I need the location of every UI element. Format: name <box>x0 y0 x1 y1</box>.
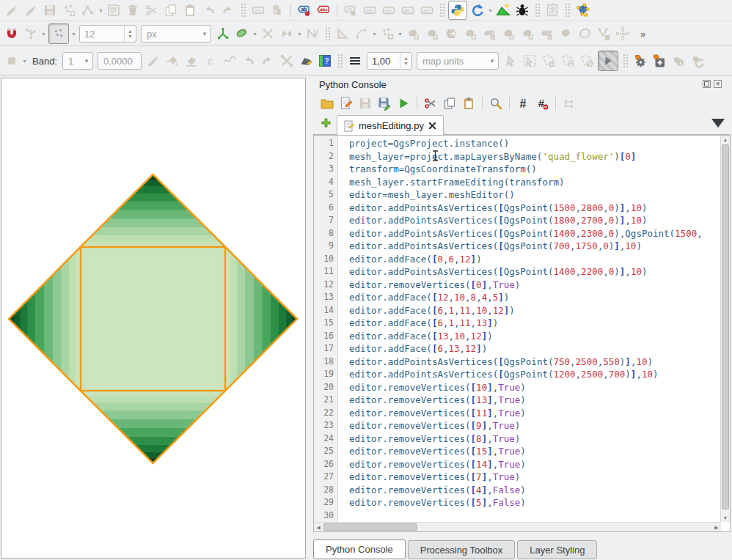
code-area[interactable]: project=QgsProject.instance()mesh_layer=… <box>339 136 720 522</box>
run-script-icon[interactable] <box>395 95 411 111</box>
move-feature-icon-dropdown[interactable]: ▾ <box>397 25 403 43</box>
line-number: 7 <box>329 214 334 227</box>
save-as-icon[interactable] <box>376 95 392 111</box>
tracing-icon <box>304 25 321 43</box>
python-console-panel: Python Console ✕ ## meshEditing.py <box>313 79 731 560</box>
code-line: project=QgsProject.instance() <box>349 137 509 150</box>
editor-tabbar: meshEditing.py <box>313 114 731 135</box>
processing-info-icon: i <box>670 52 687 70</box>
uncomment-icon[interactable]: # <box>534 95 550 111</box>
editor-horizontal-scrollbar[interactable]: ◀ ▶ <box>314 522 721 531</box>
panel-close-button[interactable]: ✕ <box>714 80 722 88</box>
vertex-tool-icon-dropdown[interactable]: ▾ <box>98 1 104 19</box>
code-line: editor.addFace([6,1,11,10,12]) <box>349 304 515 317</box>
line-number: 21 <box>323 394 334 407</box>
fill-ring-icon <box>480 25 498 43</box>
line-number: 26 <box>323 458 334 471</box>
line-number: 5 <box>329 188 334 202</box>
line-number: 27 <box>323 471 334 484</box>
line-number: 30 <box>323 509 334 523</box>
console-toolbar: ## <box>318 94 579 113</box>
plugin-reloader-icon[interactable] <box>469 1 486 19</box>
snapping-type-button[interactable] <box>48 23 69 44</box>
mesh-help-icon[interactable]: ? <box>316 52 334 70</box>
circular-string-icon-dropdown[interactable]: ▾ <box>371 25 378 43</box>
copy-icon[interactable] <box>442 95 458 111</box>
plugin-reloader-icon-dropdown[interactable]: ▾ <box>487 1 494 19</box>
comment-icon[interactable]: # <box>515 95 531 111</box>
topological-editing-icon[interactable] <box>214 25 232 43</box>
rotate-label-icon: abc <box>399 1 417 19</box>
cut-icon[interactable] <box>422 95 439 111</box>
snapping-toggle-icon[interactable] <box>3 25 21 43</box>
find-text-icon[interactable] <box>488 95 504 111</box>
python-console-icon[interactable] <box>448 1 467 20</box>
diagram-options-icon[interactable]: abc <box>315 1 332 19</box>
paste-icon[interactable] <box>461 95 477 111</box>
toolbar-row-2: ▾▾12▲▼px▾▾▾▾▾» <box>0 22 732 46</box>
delete-selected-icon <box>124 1 142 19</box>
mesh-redo-icon <box>259 52 277 70</box>
toolbar-separator <box>337 4 337 17</box>
toolbar-separator <box>565 3 570 18</box>
change-label-icon: abc <box>418 1 436 19</box>
mesh-reindex-icon[interactable] <box>297 52 315 70</box>
labeling-options-icon[interactable]: ab <box>296 1 313 19</box>
code-line: editor.addPointsAsVertices([QgsPoint(700… <box>349 240 642 253</box>
avoid-overlap-icon-dropdown[interactable]: ▾ <box>252 25 258 43</box>
redo-icon <box>219 1 237 19</box>
select-add-icon <box>540 52 557 70</box>
highlight-labels-icon: abc <box>361 1 378 19</box>
delete-ring-icon <box>499 25 517 43</box>
tab-processing-toolbox[interactable]: Processing Toolbox <box>408 540 516 559</box>
code-editor[interactable]: 1234567891011121314151617181920212223242… <box>313 135 731 532</box>
processing-toolbox-icon[interactable] <box>632 52 649 70</box>
object-inspector-icon <box>561 95 577 111</box>
self-snapping-icon-dropdown[interactable]: ▾ <box>296 25 303 43</box>
toolbar-separator <box>482 97 483 110</box>
tab-layer-styling[interactable]: Layer Styling <box>517 540 597 559</box>
transform-button[interactable] <box>598 51 618 71</box>
snapping-mode-icon-dropdown[interactable]: ▾ <box>40 25 47 43</box>
code-line: editor.removeVertices([10],True) <box>349 381 526 394</box>
editor-vertical-scrollbar[interactable]: ▲ ▼ <box>720 136 730 522</box>
debug-plugin-icon[interactable] <box>513 1 531 19</box>
code-line: editor.addPointsAsVertices([QgsPoint(180… <box>349 214 647 227</box>
tab-close-icon[interactable] <box>428 122 436 130</box>
code-line: editor.removeVertices([15],True) <box>349 445 526 458</box>
processing-add-icon[interactable] <box>651 52 668 70</box>
svg-text:abc: abc <box>404 8 412 13</box>
avoid-overlap-icon[interactable] <box>233 25 251 43</box>
layer-diagram-icon <box>268 1 286 19</box>
toolbar-separator <box>417 97 417 110</box>
code-line: editor.addFace([12,10,8,4,5]) <box>349 291 509 304</box>
current-edits-icon <box>3 1 21 19</box>
snapping-type-button-dropdown[interactable]: ▾ <box>70 25 77 43</box>
mesh-current-edits-icon-dropdown[interactable]: ▾ <box>21 52 28 70</box>
tab-mesh-editing[interactable]: meshEditing.py <box>337 115 444 136</box>
contour-lines-icon[interactable] <box>346 52 364 70</box>
tab-list-dropdown-icon[interactable] <box>711 119 725 128</box>
svg-text:ε: ε <box>208 54 213 67</box>
new-tab-icon[interactable] <box>321 117 332 130</box>
line-number: 25 <box>323 445 334 458</box>
snapping-mode-icon <box>22 25 40 43</box>
open-script-icon[interactable] <box>319 95 335 111</box>
simplify-feature-icon <box>423 25 441 43</box>
open-in-editor-icon[interactable] <box>338 95 354 111</box>
offset-curve-icon <box>538 25 555 43</box>
panel-float-button[interactable] <box>703 80 711 88</box>
mesh-current-edits-icon <box>3 52 21 70</box>
toolbar-separator <box>325 26 330 41</box>
cell-value-field: 0,0000 <box>98 52 142 70</box>
code-line: editor.removeVertices([14],True) <box>349 458 526 471</box>
terrain-plugin-icon[interactable] <box>494 1 512 19</box>
code-line: editor.removeVertices([5],False) <box>349 496 526 509</box>
tab-python-console[interactable]: Python Console <box>313 539 406 559</box>
width-spinbox[interactable]: 1,00▲▼ <box>367 52 412 70</box>
map-canvas[interactable] <box>1 78 306 559</box>
mesh-digitizing-icon[interactable] <box>574 1 591 19</box>
line-number: 16 <box>323 330 334 343</box>
toolbar-overflow[interactable]: » <box>633 25 651 43</box>
toolbar-separator <box>555 97 556 110</box>
